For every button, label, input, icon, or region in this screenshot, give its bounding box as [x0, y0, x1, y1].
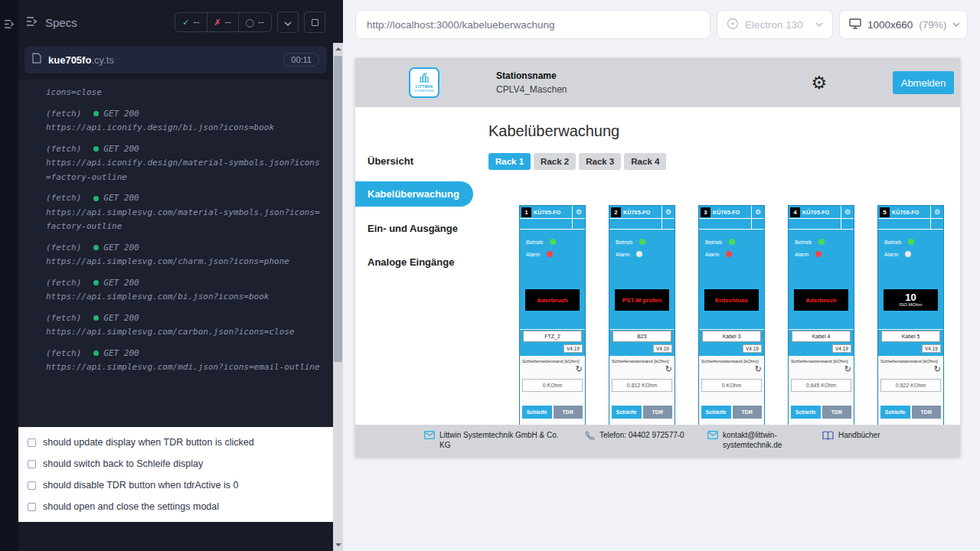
log-entry[interactable]: (fetch)GET 200 https://api.iconify.desig…	[46, 142, 321, 185]
stop-button[interactable]	[304, 11, 325, 33]
monitor-icon	[849, 18, 861, 31]
specs-menu-icon[interactable]	[4, 18, 15, 551]
alarm-label: Alarm	[795, 252, 808, 257]
schleife-button[interactable]: Schleife	[612, 406, 642, 419]
display-message: Aderbruch	[805, 297, 836, 304]
refresh-icon[interactable]: ↻	[665, 365, 672, 373]
log-entry[interactable]: (fetch)GET 200 https://api.iconify.desig…	[46, 107, 321, 135]
stat-failed: ✗--	[207, 13, 238, 31]
schleife-button[interactable]: Schleife	[880, 406, 910, 419]
betrieb-led	[729, 239, 735, 245]
collapse-button[interactable]	[277, 11, 299, 33]
spec-file-ext: .cy.ts	[91, 54, 113, 66]
cable-name-input[interactable]: FTZ_2	[523, 331, 582, 342]
page-title: Kabelüberwachung	[488, 122, 960, 140]
schleife-button[interactable]: Schleife	[791, 406, 821, 419]
specs-header: Specs ✓-- ✗-- ◯--	[18, 0, 333, 44]
log-entry[interactable]: (fetch)GET 200 https://api.simplesvg.com…	[46, 191, 321, 234]
betrieb-label: Betrieb	[705, 240, 722, 245]
status-dot-icon	[93, 245, 99, 250]
device-gear-icon[interactable]: ⚙	[662, 206, 675, 218]
scrollbar-thumb[interactable]	[334, 56, 342, 362]
scrollbar-down-icon[interactable]	[333, 540, 343, 551]
footer-manuals[interactable]: Handbücher	[822, 430, 880, 440]
reporter-scrollbar[interactable]	[333, 43, 343, 551]
device-gear-icon[interactable]: ⚙	[751, 206, 764, 218]
nav-item-ein-und-ausgaenge[interactable]: Ein- und Ausgänge	[355, 211, 475, 245]
station-label: Stationsname	[496, 70, 567, 81]
log-entry[interactable]: (fetch)GET 200 https://api.simplesvg.com…	[46, 241, 321, 269]
test-row[interactable]: should open and close the settings modal	[18, 496, 333, 517]
spec-file-row[interactable]: kue705fo.cy.ts 00:11	[24, 46, 327, 73]
schleife-button[interactable]: Schleife	[701, 406, 731, 419]
refresh-icon[interactable]: ↻	[755, 365, 762, 373]
main-content: Kabelüberwachung Rack 1 Rack 2 Rack 3 Ra…	[475, 107, 960, 425]
log-entry[interactable]: (fetch)GET 200 https://api.simplesvg.com…	[46, 276, 321, 305]
alarm-label: Alarm	[616, 252, 629, 257]
test-list: should update display when TDR button is…	[18, 427, 333, 522]
tab-rack-1[interactable]: Rack 1	[488, 153, 531, 170]
nav-item-analoge-eingaenge[interactable]: Analoge Eingänge	[355, 245, 475, 279]
test-row[interactable]: should update display when TDR button is…	[18, 432, 333, 453]
refresh-icon[interactable]: ↻	[576, 365, 583, 373]
resistance-value: 0.812 KOhm	[612, 379, 672, 392]
littwin-logo: LITTWIN SYSTEMTECHNIK	[409, 67, 439, 98]
device-gear-icon[interactable]: ⚙	[841, 206, 854, 218]
device-gear-icon[interactable]: ⚙	[930, 206, 943, 218]
display-message: Aderbruch	[537, 297, 567, 304]
refresh-icon[interactable]: ↻	[844, 365, 851, 373]
test-title: should switch back to Schleife display	[43, 458, 203, 469]
device-card-1: 1 KÜ705-FO ⚙ Betrieb Alarm Aderbruch	[519, 205, 586, 425]
log-url: https://api.simplesvg.com/mdi.json?icons…	[46, 360, 321, 375]
viewport-select[interactable]: 1000x660 (79%)	[839, 10, 968, 39]
log-entry[interactable]: (fetch)GET 200 https://api.simplesvg.com…	[46, 311, 321, 340]
nav-item-kabelueberwachung[interactable]: Kabelüberwachung	[355, 181, 473, 207]
device-cards: 1 KÜ705-FO ⚙ Betrieb Alarm Aderbruch	[488, 205, 960, 425]
scrollbar-up-icon[interactable]	[333, 43, 343, 54]
test-row[interactable]: should switch back to Schleife display	[18, 453, 333, 474]
card-header: 1 KÜ705-FO ⚙	[520, 206, 585, 219]
status-leds: Betrieb Alarm	[789, 236, 854, 260]
url-input[interactable]: http://localhost:3000/kabelueberwachung	[355, 10, 710, 39]
cable-name-input[interactable]: B23	[612, 331, 671, 342]
log-url: https://api.iconify.design/material-symb…	[46, 156, 321, 184]
status-dot-icon	[93, 146, 99, 152]
tab-rack-4[interactable]: Rack 4	[624, 153, 666, 170]
status-dot-icon	[93, 280, 99, 285]
cable-name-input[interactable]: Kabel 3	[702, 331, 761, 342]
resistance-label: Schleifenwiderstand [kOhm]	[791, 358, 851, 364]
browser-select[interactable]: Electron 130	[717, 10, 833, 39]
log-status: GET 200	[93, 107, 139, 122]
tdr-button[interactable]: TDR	[733, 406, 763, 419]
betrieb-label: Betrieb	[616, 240, 632, 245]
test-row[interactable]: should disable TDR button when tdrActive…	[18, 474, 333, 496]
cross-icon: ✗	[214, 18, 221, 28]
card-subrow	[878, 219, 943, 230]
tdr-button[interactable]: TDR	[822, 406, 852, 419]
firmware-version: V4.19	[832, 344, 851, 353]
log-entry[interactable]: icons=close	[46, 86, 321, 100]
tdr-button[interactable]: TDR	[554, 406, 583, 419]
sidebar-nav: Übersicht Kabelüberwachung Ein- und Ausg…	[355, 107, 475, 425]
cable-name-input[interactable]: Kabel 5	[881, 331, 940, 342]
footer-email[interactable]: kontakt@littwin-systemtechnik.de	[707, 430, 801, 450]
alarm-led	[726, 251, 732, 257]
cable-name-input[interactable]: Kabel 4	[792, 331, 851, 342]
tdr-button[interactable]: TDR	[912, 406, 942, 419]
nav-item-uebersicht[interactable]: Übersicht	[355, 144, 475, 178]
log-prefix: (fetch)	[46, 276, 81, 291]
schleife-button[interactable]: Schleife	[522, 406, 552, 419]
device-gear-icon[interactable]: ⚙	[572, 206, 585, 218]
firmware-version: V4.19	[922, 344, 941, 353]
cypress-reporter: Specs ✓-- ✗-- ◯-- kue705fo.cy.ts 00:11	[18, 0, 333, 551]
tdr-button[interactable]: TDR	[643, 406, 673, 419]
test-title: should open and close the settings modal	[43, 501, 219, 512]
log-entry[interactable]: (fetch)GET 200 https://api.simplesvg.com…	[46, 347, 321, 375]
tab-rack-3[interactable]: Rack 3	[579, 153, 621, 170]
specs-title[interactable]: Specs	[26, 16, 77, 29]
settings-gear-icon[interactable]: ⚙	[811, 74, 827, 92]
refresh-icon[interactable]: ↻	[934, 365, 941, 373]
card-measure-section: Schleifenwiderstand [kOhm] ↻ 0.812 KOhm …	[609, 356, 675, 425]
tab-rack-2[interactable]: Rack 2	[534, 153, 576, 170]
logout-button[interactable]: Abmelden	[893, 71, 954, 94]
